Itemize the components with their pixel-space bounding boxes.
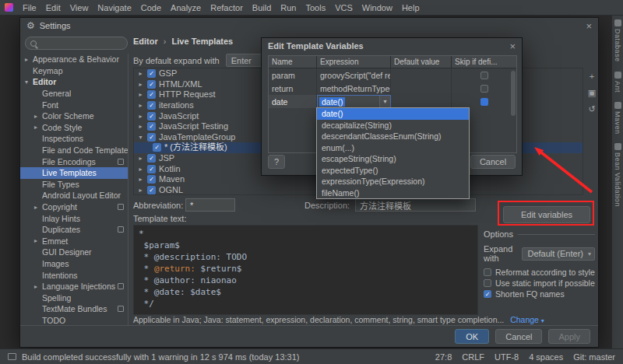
checkbox-checked-icon[interactable]: ✓ [484, 290, 491, 298]
chevron-right-icon[interactable]: ▸ [137, 111, 144, 121]
checkbox-unchecked-icon[interactable] [484, 279, 491, 287]
sidebar-item-inlay-hints[interactable]: Inlay Hints [20, 212, 128, 224]
description-input[interactable]: 方法注释模板 [355, 198, 476, 212]
chevron-right-icon[interactable]: ▸ [137, 153, 144, 163]
vars-table-row[interactable]: datedate()▾ [269, 95, 516, 108]
help-button[interactable]: ? [268, 155, 285, 169]
tool-tab-ant[interactable]: Ant [614, 72, 621, 93]
status-crlf[interactable]: CRLF [462, 352, 484, 362]
abbreviation-input[interactable]: * [185, 198, 235, 212]
vars-table-row[interactable]: paramgroovyScript("def result... [269, 68, 516, 82]
checkbox-checked-icon[interactable]: ✓ [153, 143, 161, 152]
menu-item-build[interactable]: Build [248, 1, 276, 15]
apply-button[interactable]: Apply [548, 329, 590, 344]
expand-with-select[interactable]: Default (Enter) ▾ [522, 247, 595, 261]
chevron-right-icon[interactable]: ▸ [137, 174, 144, 184]
settings-close-icon[interactable]: × [586, 20, 592, 32]
dropdown-option-filename[interactable]: fileName() [317, 187, 469, 199]
menu-item-file[interactable]: File [18, 1, 41, 15]
menu-item-edit[interactable]: Edit [41, 1, 65, 15]
dropdown-option-decapitalize-string[interactable]: decapitalize(String) [317, 120, 469, 131]
skip-checkbox[interactable] [480, 85, 488, 93]
sidebar-item-file-encodings[interactable]: File Encodings [20, 156, 128, 167]
dropdown-option-date[interactable]: date() [317, 108, 469, 120]
status-4-spaces[interactable]: 4 spaces [529, 352, 563, 362]
add-icon[interactable]: + [586, 71, 598, 82]
vars-table-row[interactable]: returnmethodReturnType() [269, 82, 516, 95]
cancel-button[interactable]: Cancel [495, 329, 542, 344]
chevron-right-icon[interactable]: ▸ [137, 89, 144, 100]
menu-item-code[interactable]: Code [136, 1, 166, 15]
chevron-down-icon[interactable]: ▾ [137, 132, 144, 142]
dropdown-option-descendantclassesenum-string[interactable]: descendantClassesEnum(String) [317, 131, 469, 142]
skip-checkbox[interactable] [480, 98, 488, 106]
column-header-skip-if-defi[interactable]: Skip if defi... [452, 56, 516, 68]
settings-search-input[interactable] [25, 37, 128, 50]
sidebar-item-appearance-behavior[interactable]: ▸Appearance & Behavior [20, 54, 128, 65]
checkbox-checked-icon[interactable]: ✓ [147, 133, 156, 142]
dropdown-option-enum[interactable]: enum(...) [317, 142, 469, 154]
skip-checkbox[interactable] [480, 72, 488, 79]
sidebar-item-code-style[interactable]: ▸Code Style [20, 122, 128, 134]
restore-icon[interactable]: ↺ [586, 103, 598, 114]
sidebar-item-font[interactable]: Font [20, 99, 128, 110]
status-27-8[interactable]: 27:8 [435, 352, 452, 362]
chevron-right-icon[interactable]: ▸ [137, 79, 144, 89]
sidebar-item-images[interactable]: Images [20, 258, 128, 270]
template-text-editor[interactable]: * $param$ * @description: TODO * @return… [133, 225, 478, 315]
dropdown-option-expectedtype[interactable]: expectedType() [317, 165, 469, 177]
menu-item-help[interactable]: Help [397, 1, 424, 15]
checkbox-checked-icon[interactable]: ✓ [147, 154, 156, 163]
checkbox-checked-icon[interactable]: ✓ [147, 122, 156, 131]
edit-variables-button[interactable]: Edit variables [503, 206, 590, 223]
sidebar-item-language-injections[interactable]: ▸Language Injections [20, 281, 128, 292]
checkbox-unchecked-icon[interactable] [484, 268, 491, 276]
option-shorten-fq-names[interactable]: ✓Shorten FQ names [484, 289, 595, 299]
dropdown-option-expressiontype-expression[interactable]: expressionType(Expression) [317, 176, 469, 187]
menu-item-run[interactable]: Run [276, 1, 301, 15]
column-header-default-value[interactable]: Default value [391, 56, 452, 68]
dropdown-option-escapestring-string[interactable]: escapeString(String) [317, 153, 469, 165]
sidebar-item-color-scheme[interactable]: ▸Color Scheme [20, 110, 128, 122]
status-git-master[interactable]: Git: master [573, 352, 615, 362]
checkbox-checked-icon[interactable]: ✓ [147, 80, 156, 89]
sidebar-item-file-and-code-templates[interactable]: File and Code Templates [20, 145, 128, 156]
option-use-static-import-if-possible[interactable]: Use static import if possible [484, 278, 595, 288]
menu-item-tools[interactable]: Tools [301, 1, 330, 15]
combo-arrow-icon[interactable]: ▾ [379, 96, 390, 107]
menu-item-vcs[interactable]: VCS [330, 1, 357, 15]
menu-item-view[interactable]: View [65, 1, 93, 15]
tool-tab-bean-validation[interactable]: Bean Validation [614, 143, 621, 207]
status-utf-8[interactable]: UTF-8 [495, 352, 519, 362]
sidebar-item-duplicates[interactable]: Duplicates [20, 224, 128, 236]
column-header-name[interactable]: Name [269, 56, 317, 68]
chevron-right-icon[interactable]: ▸ [137, 100, 144, 110]
sidebar-item-textmate-bundles[interactable]: TextMate Bundles [20, 303, 128, 315]
sidebar-item-gui-designer[interactable]: GUI Designer [20, 247, 128, 258]
tool-tab-database[interactable]: Database [614, 19, 621, 62]
sidebar-item-editor[interactable]: ▾Editor [20, 76, 128, 88]
sidebar-item-todo[interactable]: TODO [20, 315, 128, 325]
dialog-close-icon[interactable]: × [509, 40, 516, 52]
chevron-right-icon[interactable]: ▸ [137, 68, 144, 79]
checkbox-checked-icon[interactable]: ✓ [147, 101, 156, 110]
sidebar-item-intentions[interactable]: Intentions [20, 269, 128, 281]
chevron-right-icon[interactable]: ▸ [137, 121, 144, 131]
sidebar-item-spelling[interactable]: Spelling [20, 292, 128, 303]
sidebar-item-live-templates[interactable]: Live Templates [20, 167, 128, 179]
sidebar-item-inspections[interactable]: Inspections [20, 133, 128, 145]
table-scrollbar[interactable] [510, 69, 516, 152]
status-message[interactable]: Build completed successfully with 1 warn… [22, 352, 299, 362]
checkbox-checked-icon[interactable]: ✓ [147, 186, 156, 194]
sidebar-item-copyright[interactable]: ▸Copyright [20, 201, 128, 213]
dialog-cancel-button[interactable]: Cancel [470, 155, 516, 169]
checkbox-checked-icon[interactable]: ✓ [147, 175, 156, 184]
checkbox-checked-icon[interactable]: ✓ [147, 69, 156, 78]
chevron-right-icon[interactable]: ▸ [137, 164, 144, 174]
column-header-expression[interactable]: Expression [317, 56, 391, 68]
sidebar-item-keymap[interactable]: Keymap [20, 65, 128, 77]
change-link[interactable]: Change ▾ [510, 315, 544, 324]
menu-item-window[interactable]: Window [357, 1, 397, 15]
chevron-right-icon[interactable]: ▸ [137, 185, 144, 195]
sidebar-item-general[interactable]: General [20, 88, 128, 100]
